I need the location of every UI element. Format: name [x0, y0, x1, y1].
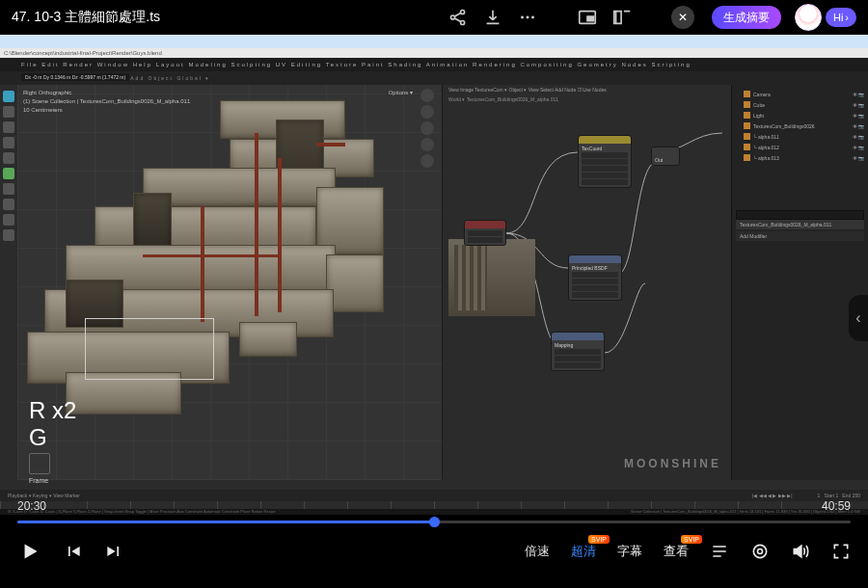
outliner-row: └ alpha.013👁 📷 [736, 152, 864, 163]
time-duration: 40:59 [822, 499, 851, 513]
view-button[interactable]: 查看SVIP [664, 543, 689, 560]
pip-icon[interactable] [577, 7, 598, 28]
svg-point-4 [526, 16, 529, 19]
tool-icon [3, 152, 14, 164]
svg-point-2 [461, 20, 465, 24]
shader-header: View Image TexturesCom ▾ Object ▾ View S… [448, 87, 725, 93]
tool-icon [3, 183, 14, 195]
player-controls: 20:30 40:59 倍速 超清SVIP 字幕 查看SVIP [0, 515, 868, 588]
avatar [795, 4, 822, 31]
theater-icon[interactable] [611, 7, 633, 28]
tool-sidebar [0, 85, 17, 480]
node-mapping: Mapping [551, 332, 605, 371]
viewport-coords: Dx -0 m Dy 0.1346 m Dz -0.5997 m (1.7472… [21, 73, 129, 81]
outliner-row: └ alpha.012👁 📷 [736, 142, 864, 152]
prev-button[interactable] [64, 542, 83, 561]
model-preview [27, 100, 409, 420]
node-principled: Principled BSDF [568, 254, 622, 301]
volume-icon[interactable] [791, 542, 810, 561]
video-title: 47. 10-3 主體細節處理.ts [12, 9, 434, 26]
tool-icon [3, 199, 14, 210]
seek-bar[interactable] [0, 515, 868, 528]
svg-point-9 [758, 549, 763, 554]
outliner-row: └ alpha.011👁 📷 [736, 131, 864, 142]
shader-editor: View Image TexturesCom ▾ Object ▾ View S… [442, 85, 731, 480]
svg-point-3 [521, 16, 524, 19]
outliner-row: Camera👁 📷 [736, 89, 864, 99]
node-image [464, 220, 506, 246]
node-texcoord: TexCoord [578, 135, 632, 188]
tool-icon [3, 229, 14, 241]
overlay-shortcut-text: R x2 G [29, 397, 76, 451]
os-titlebar [0, 35, 868, 48]
outliner: Camera👁 📷Cube👁 📷Light👁 📷TexturesCom_Buil… [736, 89, 864, 195]
tool-icon [3, 214, 14, 226]
right-panel: Camera👁 📷Cube👁 📷Light👁 📷TexturesCom_Buil… [731, 85, 868, 480]
hi-badge: Hi› [826, 8, 856, 27]
tool-icon [3, 137, 14, 148]
svg-rect-7 [587, 16, 593, 21]
svg-point-0 [450, 15, 454, 19]
tool-icon [3, 121, 14, 133]
node-output: Out [651, 147, 680, 166]
side-collapse-tab[interactable]: ‹ [849, 295, 868, 341]
shader-image-preview [448, 239, 535, 316]
subtitle-button[interactable]: 字幕 [617, 543, 642, 560]
share-icon[interactable] [448, 7, 469, 28]
video-frame[interactable]: C:\Blender\concept\industrial-final-Proj… [0, 35, 868, 515]
blender-timeline: Playback ▾ Keying ▾ View Marker |◀ ◀◀ ◀ … [0, 490, 868, 515]
shader-context: World ▾ TexturesCom_Buildings0026_M_alph… [448, 96, 558, 102]
more-icon[interactable] [517, 7, 538, 28]
generate-summary-button[interactable]: 生成摘要 [712, 6, 781, 29]
settings-icon[interactable] [750, 542, 770, 561]
frame-label: Frame [29, 471, 48, 484]
playlist-icon[interactable] [710, 542, 729, 561]
outliner-row: TexturesCom_Buildings0026👁 📷 [736, 120, 864, 131]
add-modifier-button: Add Modifier [736, 231, 864, 241]
outliner-row: Light👁 📷 [736, 110, 864, 120]
blender-sub-menu: Object Mode ▾ View Select Add Object Glo… [0, 71, 868, 85]
props-search [736, 210, 864, 220]
user-avatar-group[interactable]: Hi› [795, 4, 856, 31]
play-button[interactable] [17, 539, 42, 564]
fullscreen-icon[interactable] [831, 542, 851, 561]
tool-icon [3, 168, 14, 179]
viewport-gizmo [420, 89, 438, 168]
browser-address: C:\Blender\concept\industrial-final-Proj… [0, 48, 868, 58]
speed-button[interactable]: 倍速 [525, 543, 550, 560]
tool-icon [3, 106, 14, 118]
blender-top-menu: File Edit Render Window Help Layout Mode… [0, 58, 868, 71]
outliner-row: Cube👁 📷 [736, 99, 864, 110]
close-pill[interactable]: ✕ [671, 6, 694, 29]
blender-ui: File Edit Render Window Help Layout Mode… [0, 58, 868, 490]
tool-icon [3, 91, 14, 102]
viewport-3d: Dx -0 m Dy 0.1346 m Dz -0.5997 m (1.7472… [17, 85, 442, 480]
download-icon[interactable] [482, 7, 503, 28]
time-current: 20:30 [17, 499, 46, 513]
svg-point-8 [753, 545, 766, 557]
next-button[interactable] [104, 542, 123, 561]
viewport-options: Options ▾ [389, 89, 413, 95]
quality-button[interactable]: 超清SVIP [571, 543, 596, 560]
properties-panel: TexturesCom_Buildings0026_M_alpha.011 Ad… [736, 200, 864, 241]
svg-point-1 [461, 10, 465, 13]
svg-point-5 [531, 16, 534, 19]
props-object-name: TexturesCom_Buildings0026_M_alpha.011 [736, 220, 864, 229]
watermark-text: MOONSHINE [624, 457, 721, 470]
